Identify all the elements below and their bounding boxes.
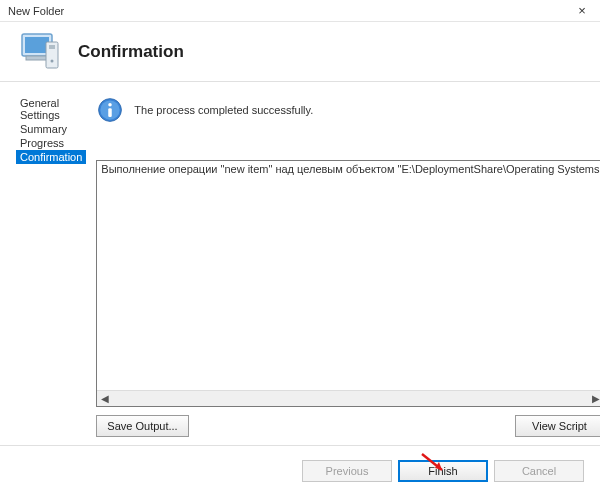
- info-icon: [96, 96, 124, 124]
- output-textbox[interactable]: Выполнение операции "new item" над целев…: [96, 160, 600, 407]
- sidebar-item-progress[interactable]: Progress: [16, 136, 86, 150]
- sidebar-item-label: Summary: [20, 123, 67, 135]
- window-title: New Folder: [8, 5, 64, 17]
- page-title: Confirmation: [78, 42, 184, 62]
- output-text: Выполнение операции "new item" над целев…: [97, 161, 600, 177]
- close-icon[interactable]: ×: [570, 3, 594, 18]
- sidebar-item-label: General Settings: [20, 97, 60, 121]
- sidebar-item-summary[interactable]: Summary: [16, 122, 86, 136]
- scroll-left-icon[interactable]: ◀: [97, 391, 113, 407]
- computer-icon: [16, 28, 64, 76]
- status-message: The process completed successfully.: [134, 104, 313, 116]
- wizard-header: Confirmation: [0, 22, 600, 82]
- sidebar-item-general-settings[interactable]: General Settings: [16, 96, 86, 122]
- scroll-right-icon[interactable]: ▶: [588, 391, 600, 407]
- finish-button[interactable]: Finish: [398, 460, 488, 482]
- wizard-footer: Previous Finish Cancel: [0, 446, 600, 496]
- wizard-content: The process completed successfully. Выпо…: [86, 82, 600, 445]
- scroll-track[interactable]: [113, 391, 587, 406]
- cancel-button: Cancel: [494, 460, 584, 482]
- view-script-button[interactable]: View Script: [515, 415, 600, 437]
- output-buttons-row: Save Output... View Script: [96, 415, 600, 437]
- svg-point-5: [51, 59, 54, 62]
- horizontal-scrollbar[interactable]: ◀ ▶: [97, 390, 600, 406]
- svg-rect-1: [25, 37, 49, 53]
- sidebar-item-confirmation[interactable]: Confirmation: [16, 150, 86, 164]
- sidebar-item-label: Progress: [20, 137, 64, 149]
- wizard-body: General Settings Summary Progress Confir…: [0, 82, 600, 446]
- svg-rect-4: [49, 45, 55, 49]
- svg-point-8: [109, 103, 113, 107]
- titlebar: New Folder ×: [0, 0, 600, 22]
- status-row: The process completed successfully.: [96, 96, 600, 124]
- wizard-steps-sidebar: General Settings Summary Progress Confir…: [0, 82, 86, 445]
- svg-rect-9: [109, 108, 113, 117]
- svg-rect-2: [26, 56, 48, 60]
- previous-button: Previous: [302, 460, 392, 482]
- save-output-button[interactable]: Save Output...: [96, 415, 188, 437]
- sidebar-item-label: Confirmation: [20, 151, 82, 163]
